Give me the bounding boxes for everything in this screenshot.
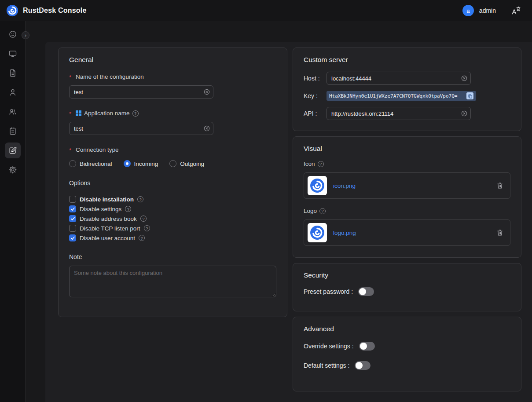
advanced-title: Advanced bbox=[304, 325, 510, 333]
configuration-name-input[interactable] bbox=[69, 85, 213, 99]
options-label: Options bbox=[69, 179, 276, 186]
rustdesk-logo-icon bbox=[6, 4, 18, 17]
logo-label: Logo ? bbox=[304, 208, 510, 214]
option-disable-settings[interactable]: Disable settings ? bbox=[69, 204, 276, 214]
windows-icon bbox=[76, 110, 81, 116]
right-column: Custom server Host : Key : bbox=[293, 48, 521, 391]
option-disable-tcp-listen-port[interactable]: Disable TCP listen port ? bbox=[69, 223, 276, 233]
custom-server-title: Custom server bbox=[304, 56, 510, 64]
visual-card: Visual Icon ? bbox=[293, 136, 521, 258]
content-zone: › General Name of the configuration bbox=[26, 21, 532, 402]
clear-icon[interactable] bbox=[204, 125, 210, 132]
preset-password-toggle[interactable] bbox=[358, 287, 374, 296]
radio-incoming[interactable]: Incoming bbox=[124, 160, 158, 167]
user-avatar[interactable]: a bbox=[462, 5, 474, 16]
checkbox[interactable] bbox=[69, 196, 76, 203]
custom-client-icon[interactable] bbox=[5, 143, 21, 158]
help-icon[interactable]: ? bbox=[125, 206, 131, 212]
icon-label: Icon ? bbox=[304, 161, 510, 167]
override-settings-label: Override settings : bbox=[304, 343, 354, 350]
key-label: Key : bbox=[304, 92, 327, 99]
trash-icon[interactable] bbox=[496, 229, 504, 237]
connection-type-label: Connection type bbox=[69, 146, 276, 153]
option-disable-installation[interactable]: Disable installation ? bbox=[69, 194, 276, 204]
note-textarea[interactable] bbox=[69, 266, 276, 297]
server-key-field[interactable]: HtaXBkJNHyn0e1U1jWXze7A7CN7QTGWqxkOtpaVp… bbox=[327, 91, 476, 101]
language-translate-icon[interactable] bbox=[511, 5, 521, 16]
help-icon[interactable]: ? bbox=[318, 161, 324, 167]
connection-type-radio-group: Bidirectional Incoming Outgoing bbox=[69, 160, 276, 167]
default-settings-label: Default settings : bbox=[304, 362, 349, 369]
icon-preview-image bbox=[308, 176, 327, 195]
help-icon[interactable]: ? bbox=[139, 235, 145, 241]
override-settings-row: Override settings : bbox=[304, 342, 510, 351]
advanced-card: Advanced Override settings : Default set… bbox=[293, 317, 521, 391]
help-icon[interactable]: ? bbox=[140, 216, 147, 222]
checkbox[interactable] bbox=[69, 234, 76, 241]
app-title: RustDesk Console bbox=[23, 7, 87, 15]
radio-circle[interactable] bbox=[69, 160, 76, 167]
api-input[interactable] bbox=[327, 107, 471, 120]
checkbox[interactable] bbox=[69, 225, 76, 232]
smiley-status-icon[interactable] bbox=[5, 26, 21, 42]
host-label: Host : bbox=[304, 75, 327, 82]
copy-icon[interactable] bbox=[466, 92, 473, 99]
visual-title: Visual bbox=[304, 145, 510, 153]
logo-upload-box[interactable]: logo.png bbox=[304, 219, 510, 246]
documents-icon[interactable] bbox=[5, 65, 21, 81]
default-settings-toggle[interactable] bbox=[355, 361, 371, 370]
radio-circle[interactable] bbox=[169, 160, 176, 167]
security-card: Security Preset password : bbox=[293, 263, 521, 311]
users-icon[interactable] bbox=[5, 104, 21, 120]
preset-password-label: Preset password : bbox=[304, 288, 353, 295]
note-label: Note bbox=[69, 253, 276, 260]
host-input[interactable] bbox=[327, 72, 471, 85]
main-panel: General Name of the configuration Applic… bbox=[45, 42, 532, 402]
user-icon[interactable] bbox=[5, 84, 21, 100]
default-settings-row: Default settings : bbox=[304, 361, 510, 370]
audit-log-icon[interactable] bbox=[5, 123, 21, 139]
settings-icon[interactable] bbox=[5, 162, 21, 178]
general-title: General bbox=[69, 56, 276, 64]
option-disable-address-book[interactable]: Disable address book ? bbox=[69, 214, 276, 223]
api-label: API : bbox=[304, 110, 327, 117]
trash-icon[interactable] bbox=[496, 182, 504, 190]
security-title: Security bbox=[304, 271, 510, 279]
logo-preview-image bbox=[308, 223, 327, 242]
icon-upload-box[interactable]: icon.png bbox=[304, 172, 510, 199]
clear-icon[interactable] bbox=[204, 89, 210, 95]
name-label: Name of the configuration bbox=[69, 73, 276, 80]
clear-icon[interactable] bbox=[461, 75, 467, 81]
option-disable-user-account[interactable]: Disable user account ? bbox=[69, 233, 276, 243]
top-header: RustDesk Console a admin bbox=[0, 0, 532, 21]
help-icon[interactable]: ? bbox=[144, 225, 150, 231]
application-name-input[interactable] bbox=[69, 122, 213, 135]
left-sidebar bbox=[0, 21, 26, 402]
checkbox[interactable] bbox=[69, 205, 76, 212]
help-icon[interactable]: ? bbox=[319, 208, 326, 214]
radio-bidirectional[interactable]: Bidirectional bbox=[69, 160, 112, 167]
general-card: General Name of the configuration Applic… bbox=[58, 48, 287, 317]
application-name-label: Application name ? bbox=[69, 110, 276, 117]
clear-icon[interactable] bbox=[461, 110, 467, 117]
avatar-initial: a bbox=[466, 7, 470, 14]
help-icon[interactable]: ? bbox=[132, 110, 139, 117]
logo-file-link[interactable]: logo.png bbox=[333, 230, 356, 236]
server-key-value: HtaXBkJNHyn0e1U1jWXze7A7CN7QTGWqxkOtpaVp… bbox=[329, 93, 464, 99]
icon-file-link[interactable]: icon.png bbox=[333, 183, 356, 189]
sidebar-expand-button[interactable]: › bbox=[22, 31, 29, 39]
user-name[interactable]: admin bbox=[479, 7, 496, 14]
devices-icon[interactable] bbox=[5, 46, 21, 62]
checkbox[interactable] bbox=[69, 215, 76, 222]
preset-password-row: Preset password : bbox=[304, 287, 510, 296]
radio-outgoing[interactable]: Outgoing bbox=[169, 160, 204, 167]
radio-circle[interactable] bbox=[124, 160, 131, 167]
help-icon[interactable]: ? bbox=[137, 196, 143, 202]
custom-server-card: Custom server Host : Key : bbox=[293, 48, 521, 131]
override-settings-toggle[interactable] bbox=[359, 342, 375, 351]
